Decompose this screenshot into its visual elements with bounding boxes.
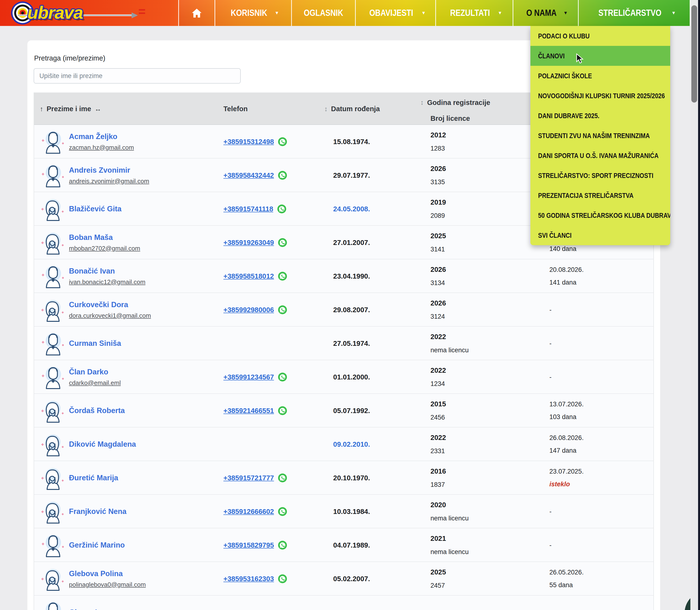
member-avatar (39, 398, 65, 424)
member-name-link[interactable]: Boban Maša (69, 233, 218, 242)
dropdown-menu-item[interactable]: STUDENTI ZVU NA NAŠIM TRENINZIMA (530, 126, 670, 146)
license-number: 1234 (430, 380, 531, 388)
dropdown-menu-item[interactable]: STRELIČARSTVO: SPORT PRECIZNOSTI (530, 165, 670, 186)
member-avatar (39, 431, 65, 458)
registration-year: 2026 (430, 266, 531, 274)
member-name-link[interactable]: Đuretić Marija (69, 473, 218, 482)
whatsapp-icon[interactable] (277, 574, 288, 584)
member-phone-link[interactable]: +385953162303 (223, 575, 274, 583)
member-name-link[interactable]: Glebova Polina (69, 569, 218, 578)
member-phone-link[interactable]: +385958518012 (223, 272, 274, 280)
member-phone-link[interactable]: +385915721777 (223, 474, 274, 482)
nav-home-button[interactable] (178, 0, 214, 26)
chevron-down-icon: ▼ (421, 10, 426, 16)
member-phone-link[interactable]: +385992980006 (223, 306, 274, 314)
member-phone-link[interactable]: +385915741118 (223, 205, 273, 213)
whatsapp-icon[interactable] (277, 305, 288, 315)
club-logo[interactable]: ubrava (4, 0, 173, 26)
member-phone-link[interactable]: +385921466551 (223, 407, 274, 415)
chevron-down-icon: ▼ (563, 10, 568, 16)
mouse-cursor (575, 53, 584, 64)
member-birthdate: 15.08.1974. (333, 125, 412, 159)
column-header-registration[interactable]: ↕ Godina registracije Broj licence (420, 96, 490, 125)
search-label: Pretraga (ime/prezime) (34, 54, 106, 62)
column-header-name[interactable]: ↑ Prezime i ime ↔ (40, 93, 101, 125)
nav-korisnik-button[interactable]: KORISNIK ▼ (214, 0, 291, 26)
search-input[interactable] (34, 68, 241, 84)
nav-o-nama-button[interactable]: O NAMA ▼ (513, 0, 578, 26)
member-name-link[interactable]: Geržinić Marino (69, 541, 218, 549)
whatsapp-icon[interactable] (276, 204, 287, 214)
member-name-link[interactable]: Curkovečki Dora (69, 301, 218, 309)
member-email-link[interactable]: cdarko@email.eml (69, 379, 218, 387)
member-phone-link[interactable]: +385958432442 (223, 172, 274, 179)
page-scrollbar-thumb[interactable] (691, 5, 697, 102)
nav-strelicarstvo-button[interactable]: STRELIČARSTVO ▼ (578, 0, 690, 26)
license-number: 3135 (430, 178, 531, 186)
dropdown-menu-item[interactable]: PREZENTACIJA STRELIČARSTVA (530, 186, 670, 205)
member-email-link[interactable]: mboban2702@gmail.com (69, 245, 218, 252)
dropdown-menu-item[interactable]: POLAZNICI ŠKOLE (530, 66, 670, 86)
registration-year: 2022 (430, 367, 531, 374)
member-email-link[interactable]: ivan.bonacic12@gmail.com (69, 278, 218, 286)
member-row: Curkovečki Dora dora.curkovecki1@gmail.c… (34, 293, 653, 326)
dropdown-menu-item[interactable]: PODACI O KLUBU (530, 26, 670, 46)
member-name-link[interactable]: Glogar Laura (69, 608, 218, 610)
license-days-left: 55 dana (550, 581, 646, 589)
whatsapp-icon[interactable] (277, 506, 288, 517)
page-scrollbar-track[interactable] (690, 0, 698, 610)
whatsapp-icon[interactable] (277, 170, 288, 181)
member-name-link[interactable]: Bonačić Ivan (69, 267, 218, 275)
member-name-link[interactable]: Blažičević Gita (69, 205, 218, 213)
nav-rezultati-button[interactable]: REZULTATI ▼ (435, 0, 513, 26)
member-name-link[interactable]: Acman Željko (69, 132, 218, 141)
dropdown-menu-item[interactable]: DANI DUBRAVE 2025. (530, 106, 670, 126)
member-name-link[interactable]: Franjković Nena (69, 507, 218, 516)
license-expiry-date: 26.05.2026. (550, 569, 646, 576)
member-name-link[interactable]: Diković Magdalena (69, 440, 218, 449)
member-birthdate: 29.07.1977. (333, 159, 412, 192)
member-email-link[interactable]: polinaglebova0@gmail.com (69, 581, 218, 589)
whatsapp-icon[interactable] (277, 237, 288, 248)
member-avatar (39, 532, 65, 558)
registration-year: 2015 (430, 400, 531, 408)
member-email-link[interactable]: dora.curkovecki1@gmail.com (69, 312, 218, 319)
member-phone-link[interactable]: +385912666602 (223, 508, 274, 516)
member-name-link[interactable]: Čordaš Roberta (69, 406, 218, 415)
dropdown-menu-item[interactable]: 50 GODINA STRELIČARSKOG KLUBA DUBRAVA (530, 205, 670, 225)
license-number: 1837 (430, 481, 531, 488)
member-row: Curman Siniša 27.05.1974. 2022 nema lice… (34, 326, 653, 360)
member-name-link[interactable]: Curman Siniša (69, 339, 218, 348)
member-row: Geržinić Marino +385915829795 04.07.1989… (34, 528, 653, 562)
whatsapp-icon[interactable] (277, 137, 288, 147)
license-expiry-date: 26.08.2026. (550, 434, 646, 442)
whatsapp-icon[interactable] (277, 372, 288, 382)
dropdown-menu-item[interactable]: ČLANOVI (530, 46, 670, 66)
license-number: 3124 (430, 313, 531, 320)
member-avatar (39, 128, 65, 155)
column-header-birthdate[interactable]: ↕ Datum rođenja (324, 93, 380, 125)
license-days-left: 140 dana (550, 245, 646, 253)
member-name-link[interactable]: Andreis Zvonimir (69, 166, 218, 175)
license-expiry-date: - (550, 508, 646, 515)
member-phone-link[interactable]: +385915312498 (223, 138, 274, 146)
member-name-link[interactable]: Član Darko (69, 368, 218, 376)
nav-obavijesti-button[interactable]: OBAVIJESTI ▼ (355, 0, 435, 26)
nav-oglasnik-button[interactable]: OGLASNIK (291, 0, 355, 26)
column-resize-icon: ↔ (94, 105, 101, 113)
member-email-link[interactable]: andreis.zvonimir@gmail.com (69, 177, 218, 185)
whatsapp-icon[interactable] (277, 472, 288, 483)
whatsapp-icon[interactable] (277, 405, 288, 416)
member-phone-link[interactable]: +385915829795 (223, 541, 274, 549)
whatsapp-icon[interactable] (277, 540, 288, 550)
license-expiry-date: 20.08.2026. (550, 266, 646, 274)
member-phone-link[interactable]: +385991234567 (223, 373, 274, 381)
dropdown-menu-item[interactable]: NOVOGODIŠNJI KLUPSKI TURNIR 2025/2026 (530, 86, 670, 106)
dropdown-menu-item[interactable]: DANI SPORTA U O.Š. IVANA MAŽURANIĆA (530, 146, 670, 165)
whatsapp-icon[interactable] (277, 271, 288, 282)
member-phone-link[interactable]: +385919263049 (223, 239, 274, 247)
member-email-link[interactable]: zacman.hz@gmail.com (69, 144, 218, 151)
dropdown-menu-item[interactable]: SVI ČLANCI (530, 225, 670, 245)
member-birthdate: 27.05.1974. (333, 326, 412, 360)
member-avatar (39, 364, 65, 390)
